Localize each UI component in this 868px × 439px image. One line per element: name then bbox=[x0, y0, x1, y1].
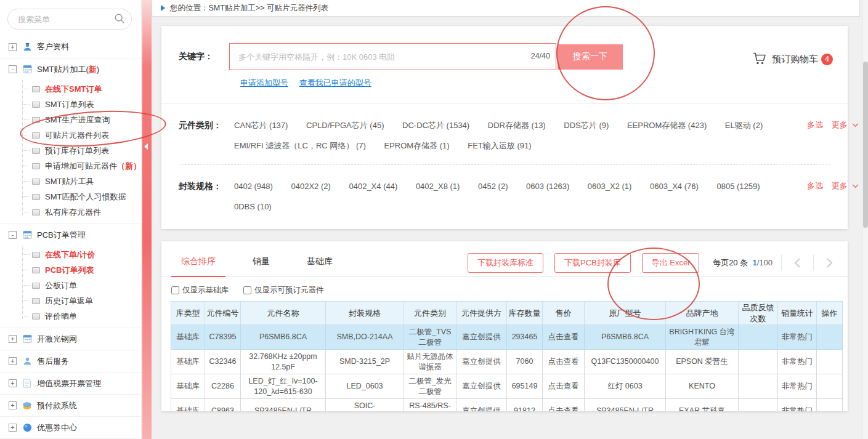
sidebar-item-online-order-quote[interactable]: 在线下单/计价 bbox=[0, 247, 141, 262]
sidebar-item-smt-components-list[interactable]: 可贴片元器件列表 bbox=[0, 127, 141, 143]
tab-sales-volume[interactable]: 销量 bbox=[243, 249, 280, 277]
sidebar-group-customer-info[interactable]: + 客户资料 bbox=[0, 36, 141, 58]
reserve-cart[interactable]: 预订购物车 4 bbox=[752, 52, 833, 67]
expand-plus-icon[interactable]: + bbox=[9, 43, 17, 51]
category-option[interactable]: CPLD/FPGA芯片 (45) bbox=[306, 121, 384, 130]
checkbox[interactable] bbox=[243, 286, 251, 294]
more-link[interactable]: 更多 bbox=[832, 120, 848, 129]
sidebar-item-smt-progress[interactable]: SMT生产进度查询 bbox=[0, 112, 141, 127]
expand-plus-icon[interactable]: + bbox=[9, 357, 17, 365]
sidebar-group-after-sales[interactable]: + 售后服务 bbox=[0, 350, 141, 372]
sidebar-group-smt[interactable]: - SMT贴片加工(新) bbox=[0, 58, 141, 80]
chevron-down-icon[interactable] bbox=[852, 181, 859, 190]
category-option[interactable]: DDR存储器 (13) bbox=[488, 121, 546, 130]
sidebar-item-public-board-order[interactable]: 公板订单 bbox=[0, 278, 141, 293]
scrollbar-thumb[interactable] bbox=[863, 62, 868, 228]
price-view-link[interactable]: 点击查看 bbox=[543, 350, 585, 374]
export-excel-button[interactable]: 导出 Excel bbox=[642, 253, 699, 273]
sidebar-item-pcb-order-list[interactable]: PCB订单列表 bbox=[0, 262, 141, 278]
prev-page-button[interactable] bbox=[790, 257, 805, 268]
checkbox[interactable] bbox=[171, 286, 179, 294]
category-option[interactable]: FET输入运放 (91) bbox=[468, 141, 531, 150]
package-option[interactable]: 0DBS (10) bbox=[234, 202, 272, 211]
sidebar-item-history-reorder[interactable]: 历史订单返单 bbox=[0, 293, 141, 308]
category-option[interactable]: EL驱动 (2) bbox=[725, 121, 763, 130]
only-basic-library-checkbox[interactable]: 仅显示基础库 bbox=[171, 285, 229, 296]
submenu-icon bbox=[32, 86, 40, 92]
category-option[interactable]: EPROM存储器 (1) bbox=[384, 141, 449, 150]
sidebar-item-smt-personal-data[interactable]: SMT匹配个人习惯数据 bbox=[0, 189, 141, 204]
search-icon[interactable] bbox=[114, 13, 125, 26]
mpn-link[interactable]: 红灯 0603 bbox=[585, 374, 666, 399]
sidebar-item-offline-smt-order[interactable]: 在线下SMT订单 bbox=[0, 81, 141, 97]
sidebar-item-review-orders[interactable]: 评价晒单 bbox=[0, 308, 141, 324]
only-reservable-checkbox[interactable]: 仅显示可预订元器件 bbox=[243, 285, 324, 296]
part-number-link[interactable]: C2286 bbox=[205, 374, 241, 399]
sidebar-item-apply-add-component[interactable]: 申请增加可贴元器件（新） bbox=[0, 158, 141, 174]
sidebar-group-laser-stencil[interactable]: + 开激光钢网 bbox=[0, 328, 141, 350]
part-number-link[interactable]: C8963 bbox=[205, 399, 241, 412]
package-option[interactable]: 0603_X2 (1) bbox=[588, 182, 632, 191]
collapse-minus-icon[interactable]: - bbox=[9, 65, 17, 73]
package-option[interactable]: 0402_X4 (44) bbox=[349, 182, 397, 191]
sidebar-group-prepay[interactable]: + 预付款系统 bbox=[0, 394, 141, 416]
part-number-link[interactable]: C32346 bbox=[205, 350, 241, 374]
tab-comprehensive-sort[interactable]: 综合排序 bbox=[171, 249, 225, 277]
mpn-link[interactable]: P6SMB6.8CA bbox=[585, 325, 666, 350]
sidebar-collapse-stripe[interactable] bbox=[142, 0, 152, 439]
part-number-link[interactable]: C78395 bbox=[205, 325, 241, 350]
next-page-button[interactable] bbox=[822, 257, 837, 268]
category-option[interactable]: EMI/RFI 滤波器（LC，RC 网络） (7) bbox=[234, 141, 366, 150]
more-link[interactable]: 更多 bbox=[832, 181, 848, 190]
price-view-link[interactable]: 点击查看 bbox=[543, 325, 585, 350]
price-view-link[interactable]: 点击查看 bbox=[543, 374, 585, 399]
scrollbar-track[interactable] bbox=[862, 0, 868, 439]
sidebar-item-private-stock[interactable]: 私有库存元器件 bbox=[0, 204, 141, 220]
table-row[interactable]: 基础库 C2286 LED_灯_红_Iv=100-120_λd=615-630 … bbox=[171, 374, 843, 399]
category-option[interactable]: CAN芯片 (137) bbox=[234, 121, 288, 130]
table-row[interactable]: 基础库 C78395 P6SMB6.8CA SMB,DO-214AA 二极管_T… bbox=[171, 325, 843, 350]
price-view-link[interactable]: 点击查看 bbox=[543, 399, 585, 412]
sidebar-group-coupon-center[interactable]: + 优惠券中心 bbox=[0, 416, 141, 438]
sidebar-item-reserve-stock-orders[interactable]: 预订库存订单列表 bbox=[0, 143, 141, 158]
package-option[interactable]: 0452 (2) bbox=[478, 182, 508, 191]
package-option[interactable]: 0402_X8 (1) bbox=[416, 182, 460, 191]
download-package-standard-button[interactable]: 下载封装库标准 bbox=[468, 253, 543, 273]
mpn-link[interactable]: Q13FC1350000400 bbox=[585, 350, 666, 374]
sidebar: + 客户资料 - SMT贴片加工(新) 在线下SMT订单 SMT订单列表 SMT… bbox=[0, 0, 142, 439]
category-filter-row: 元件类别： CAN芯片 (137) CPLD/FPGA芯片 (45) DC-DC… bbox=[179, 115, 830, 156]
expand-plus-icon[interactable]: + bbox=[9, 424, 17, 432]
menu-search-input[interactable] bbox=[7, 9, 132, 30]
expand-plus-icon[interactable]: + bbox=[9, 401, 17, 409]
current-page: 1 bbox=[752, 258, 756, 267]
chevron-down-icon[interactable] bbox=[852, 120, 859, 129]
sidebar-item-smt-order-list[interactable]: SMT订单列表 bbox=[0, 97, 141, 112]
package-option[interactable]: 0603 (1263) bbox=[526, 182, 569, 191]
sidebar-group-pcb-orders[interactable]: - PCB订单管理 bbox=[0, 224, 141, 246]
package-option[interactable]: 0402 (948) bbox=[234, 182, 273, 191]
multi-select-link[interactable]: 多选 bbox=[807, 181, 823, 190]
sidebar-group-vat-invoice[interactable]: + 增值税票开票管理 bbox=[0, 372, 141, 394]
category-option[interactable]: DC-DC芯片 (1534) bbox=[402, 121, 469, 130]
category-option[interactable]: EEPROM存储器 (423) bbox=[627, 121, 707, 130]
expand-plus-icon[interactable]: + bbox=[9, 379, 17, 387]
package-option[interactable]: 0805 (1259) bbox=[716, 182, 760, 191]
multi-select-link[interactable]: 多选 bbox=[807, 120, 823, 129]
expand-plus-icon[interactable]: + bbox=[9, 335, 17, 343]
collapse-minus-icon[interactable]: - bbox=[9, 231, 17, 239]
apply-model-link[interactable]: 申请添加型号 bbox=[240, 78, 288, 87]
download-pcb-package-button[interactable]: 下载PCB封装库 bbox=[554, 253, 631, 273]
table-row[interactable]: 基础库 C8963 SP3485EN-L/TR SOIC-8_3.9X4.9X1… bbox=[171, 399, 843, 412]
keyword-input[interactable] bbox=[229, 43, 556, 70]
view-applied-models-link[interactable]: 查看我已申请的型号 bbox=[299, 78, 371, 87]
tab-basic-library[interactable]: 基础库 bbox=[297, 249, 343, 277]
submenu-icon bbox=[32, 132, 40, 139]
category-option[interactable]: DDS芯片 (9) bbox=[564, 121, 609, 130]
table-row[interactable]: 基础库 C32346 32.768KHz ±20ppm 12.5pF SMD-3… bbox=[171, 350, 843, 374]
search-button[interactable]: 搜索一下 bbox=[558, 44, 623, 70]
package-option[interactable]: 0603_X4 (76) bbox=[650, 182, 699, 191]
calendar-icon bbox=[22, 334, 32, 344]
mpn-link[interactable]: SP3485EN-L/TR bbox=[585, 399, 666, 412]
sidebar-item-smt-tools[interactable]: SMT贴片工具 bbox=[0, 174, 141, 189]
package-option[interactable]: 0402X2 (2) bbox=[291, 182, 331, 191]
